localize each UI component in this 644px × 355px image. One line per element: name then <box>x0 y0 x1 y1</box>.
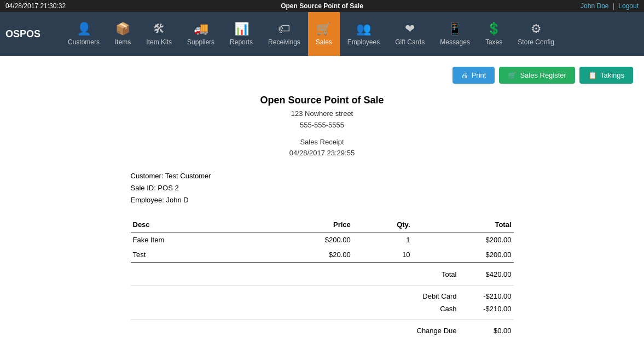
sales-icon: 🛒 <box>316 22 331 36</box>
nav-item-label-receivings: Receivings <box>268 38 300 46</box>
nav-item-suppliers[interactable]: 🚚 Suppliers <box>179 12 222 56</box>
col-price: Price <box>252 217 353 232</box>
change-due-label: Change Due <box>133 327 457 335</box>
nav-items: 👤 Customers 📦 Items 🛠 Item Kits 🚚 Suppli… <box>60 12 639 56</box>
nav-item-label-item-kits: Item Kits <box>146 38 172 46</box>
store-phone: 555-555-5555 <box>131 120 514 131</box>
payment-row: Cash -$210.00 <box>131 302 514 315</box>
table-row: Test $20.00 10 $200.00 <box>131 247 514 263</box>
taxes-icon: 💲 <box>486 22 501 36</box>
nav-item-sales[interactable]: 🛒 Sales <box>308 12 340 56</box>
sales-register-button[interactable]: 🛒 Sales Register <box>499 67 575 84</box>
payment-label: Cash <box>133 305 457 313</box>
nav-item-taxes[interactable]: 💲 Taxes <box>478 12 510 56</box>
nav-item-label-items: Items <box>115 38 131 46</box>
nav-item-gift-cards[interactable]: ❤ Gift Cards <box>387 12 432 56</box>
takings-icon: 📋 <box>588 71 597 79</box>
sale-id: Sale ID: POS 2 <box>131 182 514 194</box>
receipt-label: Sales Receipt <box>131 137 514 148</box>
employee-name: Employee: John D <box>131 194 514 206</box>
change-due-value: $0.00 <box>457 327 512 335</box>
print-icon: 🖨 <box>461 71 468 79</box>
nav-item-item-kits[interactable]: 🛠 Item Kits <box>138 12 179 56</box>
nav-item-label-employees: Employees <box>347 38 380 46</box>
nav-logo: OSPOS <box>5 28 49 40</box>
nav-item-label-sales: Sales <box>316 38 332 46</box>
nav-item-label-store-config: Store Config <box>518 38 554 46</box>
print-button[interactable]: 🖨 Print <box>452 67 495 84</box>
table-row: Fake Item $200.00 1 $200.00 <box>131 232 514 248</box>
separator: | <box>613 2 614 10</box>
item-kits-icon: 🛠 <box>153 22 165 36</box>
nav-item-store-config[interactable]: ⚙ Store Config <box>510 12 562 56</box>
item-total: $200.00 <box>413 247 514 263</box>
item-price: $20.00 <box>252 247 353 263</box>
takings-button[interactable]: 📋 Takings <box>579 67 633 84</box>
store-address: 123 Nowhere street <box>131 108 514 120</box>
receipt-header: Open Source Point of Sale 123 Nowhere st… <box>131 95 514 159</box>
employees-icon: 👥 <box>356 22 371 36</box>
total-value: $420.00 <box>457 270 512 278</box>
nav-bar: OSPOS 👤 Customers 📦 Items 🛠 Item Kits 🚚 … <box>0 12 644 56</box>
nav-item-customers[interactable]: 👤 Customers <box>60 12 107 56</box>
customers-icon: 👤 <box>77 22 91 36</box>
action-buttons: 🖨 Print 🛒 Sales Register 📋 Takings <box>11 67 633 84</box>
customer-name: Customer: Test Customer <box>131 170 514 182</box>
col-desc: Desc <box>131 217 252 232</box>
item-qty: 10 <box>353 247 413 263</box>
nav-item-receivings[interactable]: 🏷 Receivings <box>260 12 308 56</box>
payment-label: Debit Card <box>133 292 457 300</box>
totals: Total $420.00 Debit Card -$210.00 Cash -… <box>131 268 514 337</box>
nav-item-items[interactable]: 📦 Items <box>107 12 138 56</box>
nav-item-reports[interactable]: 📊 Reports <box>222 12 260 56</box>
item-price: $200.00 <box>252 232 353 248</box>
receipt: Open Source Point of Sale 123 Nowhere st… <box>131 95 514 355</box>
sales-register-label: Sales Register <box>520 71 566 79</box>
item-desc: Fake Item <box>131 232 252 248</box>
gift-cards-icon: ❤ <box>405 22 415 36</box>
change-due-row: Change Due $0.00 <box>131 324 514 337</box>
payment-row: Debit Card -$210.00 <box>131 290 514 302</box>
item-desc: Test <box>131 247 252 263</box>
nav-item-label-gift-cards: Gift Cards <box>395 38 425 46</box>
nav-item-employees[interactable]: 👥 Employees <box>340 12 387 56</box>
customer-info: Customer: Test Customer Sale ID: POS 2 E… <box>131 170 514 206</box>
top-bar: 04/28/2017 21:30:32 Open Source Point of… <box>0 0 644 12</box>
datetime: 04/28/2017 21:30:32 <box>5 2 66 10</box>
receipt-date: 04/28/2017 23:29:55 <box>131 148 514 159</box>
user-link[interactable]: John Doe <box>581 2 608 10</box>
items-icon: 📦 <box>115 22 130 36</box>
cart-icon: 🛒 <box>508 71 517 79</box>
suppliers-icon: 🚚 <box>194 22 208 36</box>
store-config-icon: ⚙ <box>531 22 542 36</box>
nav-item-label-suppliers: Suppliers <box>187 38 214 46</box>
receivings-icon: 🏷 <box>278 22 290 36</box>
col-qty: Qty. <box>353 217 413 232</box>
nav-item-label-customers: Customers <box>68 38 100 46</box>
takings-label: Takings <box>600 71 624 79</box>
col-total: Total <box>413 217 514 232</box>
nav-item-label-taxes: Taxes <box>485 38 502 46</box>
item-total: $200.00 <box>413 232 514 248</box>
nav-item-label-messages: Messages <box>440 38 470 46</box>
payment-rows: Debit Card -$210.00 Cash -$210.00 <box>131 290 514 315</box>
payment-value: -$210.00 <box>457 292 512 300</box>
print-label: Print <box>472 71 486 79</box>
receipt-table: Desc Price Qty. Total Fake Item $200.00 … <box>131 217 514 263</box>
top-bar-right: John Doe | Logout <box>581 2 639 10</box>
top-bar-title: Open Source Point of Sale <box>281 2 363 10</box>
logout-link[interactable]: Logout <box>618 2 639 10</box>
total-row: Total $420.00 <box>131 268 514 281</box>
nav-item-messages[interactable]: 📱 Messages <box>432 12 478 56</box>
payment-value: -$210.00 <box>457 305 512 313</box>
reports-icon: 📊 <box>234 22 249 36</box>
content: 🖨 Print 🛒 Sales Register 📋 Takings Open … <box>0 56 644 355</box>
messages-icon: 📱 <box>448 22 462 36</box>
total-label: Total <box>133 270 457 278</box>
item-qty: 1 <box>353 232 413 248</box>
store-name: Open Source Point of Sale <box>131 95 514 106</box>
nav-item-label-reports: Reports <box>230 38 253 46</box>
